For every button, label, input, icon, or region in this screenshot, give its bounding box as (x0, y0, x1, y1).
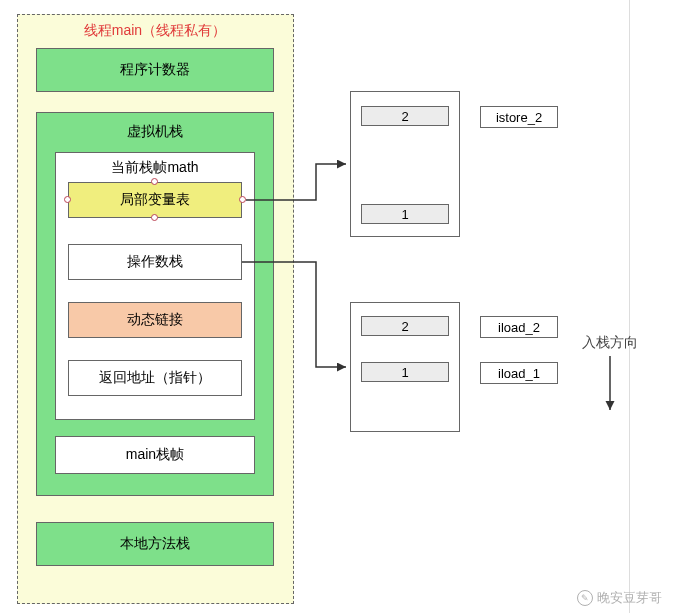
main-frame-label: main栈帧 (126, 446, 184, 464)
program-counter-label: 程序计数器 (120, 61, 190, 79)
push-direction-label: 入栈方向 (582, 334, 638, 352)
thread-main-title: 线程main（线程私有） (60, 22, 250, 40)
dynamic-link-label: 动态链接 (127, 311, 183, 329)
bottom-stack-slot-bottom-value: 1 (401, 365, 408, 380)
bottom-instr-bottom-box: iload_1 (480, 362, 558, 384)
return-addr-box: 返回地址（指针） (68, 360, 242, 396)
handle-dot-bottom-icon (151, 214, 158, 221)
handle-dot-right-icon (239, 196, 246, 203)
program-counter-box: 程序计数器 (36, 48, 274, 92)
watermark-text: 晚安豆芽哥 (597, 589, 662, 607)
bottom-instr-top-label: iload_2 (498, 320, 540, 335)
bottom-stack-slot-top-value: 2 (401, 319, 408, 334)
native-stack-box: 本地方法栈 (36, 522, 274, 566)
page-divider (629, 0, 630, 613)
bottom-stack-slot-top: 2 (361, 316, 449, 336)
current-frame-title: 当前栈帧math (56, 159, 254, 177)
bottom-instr-top-box: iload_2 (480, 316, 558, 338)
top-instr-box: istore_2 (480, 106, 558, 128)
top-stack-slot-top: 2 (361, 106, 449, 126)
vm-stack-label: 虚拟机栈 (37, 123, 273, 141)
top-stack-slot-bottom: 1 (361, 204, 449, 224)
dynamic-link-box: 动态链接 (68, 302, 242, 338)
native-stack-label: 本地方法栈 (120, 535, 190, 553)
bottom-instr-bottom-label: iload_1 (498, 366, 540, 381)
local-vars-label: 局部变量表 (120, 191, 190, 209)
top-instr-label: istore_2 (496, 110, 542, 125)
handle-dot-top-icon (151, 178, 158, 185)
wechat-icon: ✎ (577, 590, 593, 606)
top-stack-slot-top-value: 2 (401, 109, 408, 124)
return-addr-label: 返回地址（指针） (99, 369, 211, 387)
top-stack-slot-bottom-value: 1 (401, 207, 408, 222)
bottom-stack-slot-bottom: 1 (361, 362, 449, 382)
main-frame-box: main栈帧 (55, 436, 255, 474)
local-vars-box: 局部变量表 (68, 182, 242, 218)
watermark: ✎ 晚安豆芽哥 (577, 589, 662, 607)
handle-dot-left-icon (64, 196, 71, 203)
operand-stack-label: 操作数栈 (127, 253, 183, 271)
operand-stack-box: 操作数栈 (68, 244, 242, 280)
